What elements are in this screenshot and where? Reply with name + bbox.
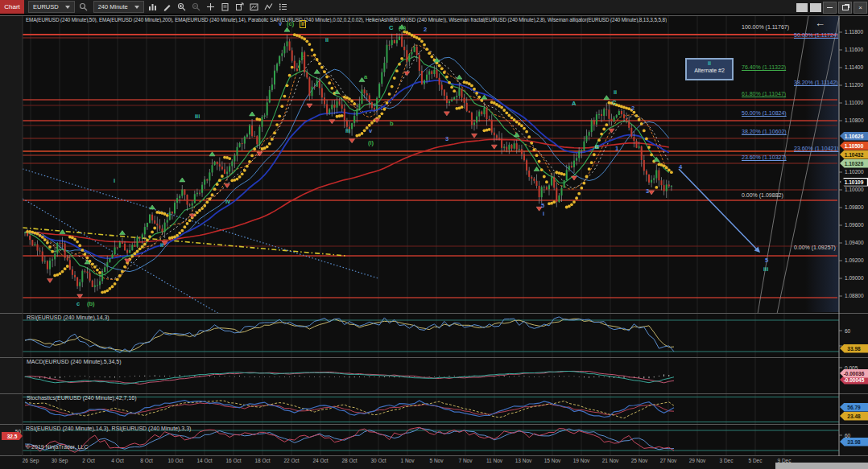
wave-label: i [543, 211, 544, 217]
x-axis-date: 15 Nov [544, 458, 561, 463]
chart-region-icon[interactable] [249, 2, 260, 12]
wave-label: (b) [87, 301, 95, 307]
report-icon[interactable] [220, 2, 231, 12]
minimize-icon [827, 7, 833, 8]
minimize-button[interactable] [823, 2, 837, 14]
scrollbar-thumb[interactable] [775, 463, 868, 469]
x-axis-date: 26 Sep [23, 458, 39, 463]
scroll-left-icon[interactable]: ← [815, 17, 825, 29]
price-tick: 1.11600 [845, 47, 863, 52]
x-axis-date: 7 Nov [459, 458, 473, 463]
wave-label: C [612, 100, 616, 106]
price-badge: 1.10432 [840, 150, 868, 159]
crosshair-plus-icon[interactable] [205, 2, 217, 12]
fib-label: 23.60% (1.10327) [742, 154, 787, 160]
wave-label: A [572, 101, 576, 107]
indicator-label: EMA(EURUSD (240 Minute),50), EMA(EURUSD … [26, 17, 667, 23]
draw-pencil-icon[interactable] [162, 2, 173, 12]
x-axis-date: 19 Nov [573, 458, 590, 463]
bar-chart-icon[interactable] [147, 2, 159, 12]
x-axis-date: 9 Dec [778, 458, 792, 463]
wave-label: iv [225, 199, 230, 205]
wave-label: iii [195, 113, 200, 120]
fib-label: 50.00% (1.11724) [794, 32, 838, 38]
x-axis-date: 4 Oct [111, 458, 124, 463]
x-axis-date: 5 Dec [749, 458, 763, 463]
restore-button[interactable] [838, 2, 852, 14]
indicator-value-badge: 56.79 [840, 403, 868, 412]
wave-label: (ii) [399, 25, 406, 31]
panel-label-rsi2: RSI(EURUSD (240 Minute),14,3), RSI(EURUS… [26, 426, 191, 431]
alternate-wave-label: ii [687, 60, 732, 67]
instrument-selector[interactable]: EURUSD [28, 1, 75, 13]
price-tick: 1.10800 [845, 117, 864, 123]
wave-label: ii [160, 242, 163, 249]
price-badge: 1.10326 [840, 159, 868, 168]
x-axis-date: 8 Oct [140, 458, 153, 463]
wave-label: (i) [368, 140, 374, 146]
window-controls: × [794, 2, 867, 14]
wave-label: 1 [615, 146, 618, 152]
fib-label: 23.60% (1.10421) [794, 146, 839, 151]
wave-label: iii [345, 128, 350, 134]
wave-label: 4 [679, 164, 682, 171]
link-square-icon[interactable] [796, 3, 808, 12]
restore-icon [842, 5, 849, 10]
x-axis-date: 21 Nov [602, 458, 619, 463]
x-axis-date: 29 Nov [689, 458, 706, 463]
price-tick: 1.09200 [845, 257, 864, 263]
chart-window: Chart EURUSD 240 Minute [0, 0, 868, 469]
x-axis-date: 1 Nov [401, 458, 415, 463]
interval-selector[interactable]: 240 Minute [93, 1, 144, 13]
chevron-down-icon [134, 6, 139, 9]
send-to-icon[interactable] [234, 2, 246, 12]
fib-label: 76.40% (1.11322) [742, 64, 786, 70]
wave-label: (c) [287, 21, 294, 27]
x-axis-date: 25 Nov [631, 458, 648, 463]
properties-list-icon[interactable] [278, 2, 289, 12]
alternate-count-box[interactable]: ii Alternate #2 [685, 58, 734, 80]
wave-label: v [369, 128, 372, 134]
price-tick: 1.09600 [845, 222, 864, 228]
indicator-value-badge: 23.48 [840, 412, 868, 421]
wave-label: ii [300, 20, 306, 28]
wave-label: 5 [541, 203, 544, 209]
price-tick: 1.10000 [845, 187, 864, 192]
copyright-label: © 2019 NinjaTrader, LLC [26, 444, 88, 450]
wave-label: 3 [445, 136, 448, 142]
x-axis-date: 5 Nov [430, 458, 444, 463]
wave-label: i [114, 178, 115, 184]
x-axis-date: 22 Oct [283, 458, 299, 463]
wave-label: a [364, 74, 367, 80]
price-badge: 1.10109 [840, 178, 868, 187]
x-axis-date: 27 Nov [660, 458, 677, 463]
tab-chart[interactable]: Chart [0, 0, 24, 14]
wave-label: ii [614, 89, 617, 96]
wave-label: v [279, 21, 282, 27]
instrument-label: EURUSD [33, 3, 59, 10]
panel-label-stochastics: Stochastics(EURUSD (240 Minute),42,7,16) [27, 395, 137, 401]
price-tick: 1.08800 [845, 293, 864, 298]
price-tick: 1.11000 [845, 100, 863, 105]
chevron-down-icon [65, 6, 70, 9]
indicator-value-badge: -0.00036 [840, 369, 868, 378]
panel-label-rsi: RSI(EURUSD (240 Minute),14,3) [27, 315, 110, 320]
wave-label: 2 [424, 27, 427, 33]
fib-label: 61.80% (1.11047) [742, 91, 786, 97]
interval-label: 240 Minute [98, 3, 128, 10]
wave-label: B [595, 144, 599, 150]
zoom-out-icon[interactable] [191, 2, 202, 12]
link-square-icon[interactable] [810, 3, 821, 12]
x-axis-date: 10 Oct [167, 458, 183, 463]
x-axis-date: 11 Nov [486, 458, 502, 463]
x-axis-date: 24 Oct [312, 458, 328, 463]
zigzag-icon[interactable] [263, 2, 275, 12]
wave-label: C [389, 25, 393, 31]
zoom-in-icon[interactable] [176, 2, 188, 12]
panel-tick: 60 [845, 328, 850, 334]
search-icon[interactable] [78, 2, 89, 12]
close-button[interactable]: × [854, 2, 867, 14]
fib-label: 100.00% (1.11767) [742, 24, 789, 30]
wave-label: b [390, 121, 394, 127]
indicator-value-badge: 33.98 [840, 344, 868, 353]
